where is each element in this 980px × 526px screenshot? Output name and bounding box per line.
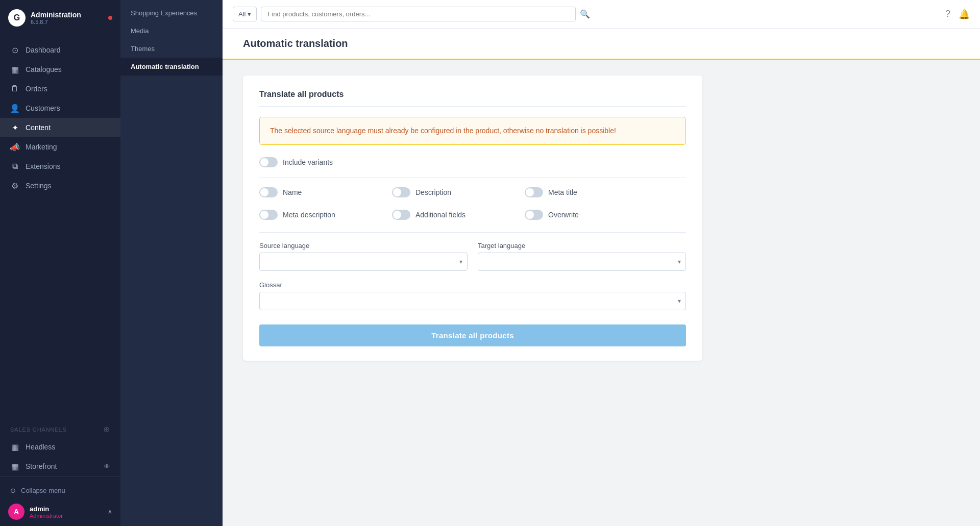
overwrite-label: Overwrite [548, 211, 579, 219]
name-toggle[interactable] [259, 187, 278, 197]
sidebar-item-label: Content [26, 123, 51, 132]
user-chevron-icon[interactable]: ∧ [108, 508, 112, 515]
storefront-eye-icon: 👁 [104, 463, 110, 470]
glossar-label: Glossar [259, 281, 686, 289]
translate-button-label: Translate all products [431, 331, 514, 340]
collapse-icon: ⊙ [10, 487, 16, 494]
glossar-select[interactable] [259, 292, 686, 310]
description-label: Description [415, 188, 451, 196]
search-all-label: All [238, 10, 246, 18]
sidebar-brand: Administration 6.5.8.7 [31, 11, 81, 25]
language-row: Source language ▾ Target language [259, 242, 686, 271]
name-label: Name [283, 188, 302, 196]
app-version: 6.5.8.7 [31, 19, 81, 25]
headless-icon: ▦ [10, 442, 19, 452]
sidebar: G Administration 6.5.8.7 ⊙ Dashboard ▦ C… [0, 0, 120, 526]
add-sales-channel-icon[interactable]: ⊕ [103, 424, 110, 434]
sales-channels-section: Sales Channels ⊕ [0, 417, 120, 437]
orders-icon: 🗒 [10, 84, 19, 93]
sidebar-item-label: Dashboard [26, 46, 61, 54]
collapse-menu-label: Collapse menu [21, 487, 65, 494]
meta-description-label: Meta description [283, 211, 335, 219]
app-logo: G [8, 9, 26, 27]
content-icon: ✦ [10, 123, 19, 132]
sidebar-item-label: Settings [26, 182, 52, 190]
field-toggles-group: Name Description Meta title Meta descrip… [259, 187, 686, 220]
sidebar-item-label: Storefront [26, 462, 57, 470]
sub-nav-list: Shopping ExperiencesMediaThemesAutomatic… [120, 4, 223, 76]
notifications-icon[interactable]: 🔔 [959, 9, 970, 20]
glossar-group: Glossar ▾ [259, 281, 686, 310]
sidebar-item-catalogues[interactable]: ▦ Catalogues [0, 60, 120, 79]
source-language-label: Source language [259, 242, 468, 249]
search-all-chevron-icon: ▾ [248, 10, 251, 18]
sidebar-item-label: Headless [26, 443, 55, 451]
page-title: Automatic translation [243, 38, 960, 49]
meta-title-toggle[interactable] [525, 187, 543, 197]
sidebar-footer: ⊙ Collapse menu A admin Administrator ∧ [0, 476, 120, 526]
sidebar-item-content[interactable]: ✦ Content [0, 118, 120, 137]
sidebar-item-orders[interactable]: 🗒 Orders [0, 79, 120, 98]
content-area: Translate all products The selected sour… [223, 60, 980, 526]
toggle-item-meta-description: Meta description [259, 210, 361, 220]
search-bar: All ▾ 🔍 [233, 7, 590, 21]
target-language-select[interactable] [478, 253, 686, 271]
user-details: admin Administrator [30, 505, 63, 519]
search-all-button[interactable]: All ▾ [233, 7, 257, 21]
additional-fields-label: Additional fields [415, 211, 465, 219]
source-language-select-wrapper: ▾ [259, 253, 468, 271]
translate-all-button[interactable]: Translate all products [259, 324, 686, 346]
sidebar-item-headless[interactable]: ▦ Headless [0, 437, 120, 457]
main-content: All ▾ 🔍 ? 🔔 Automatic translation Transl… [223, 0, 980, 526]
user-info: A admin Administrator ∧ [8, 504, 112, 520]
app-name: Administration [31, 11, 81, 19]
sidebar-item-dashboard[interactable]: ⊙ Dashboard [0, 40, 120, 60]
catalogues-icon: ▦ [10, 65, 19, 74]
include-variants-label: Include variants [283, 158, 333, 166]
user-avatar: A [8, 504, 24, 520]
source-language-select[interactable] [259, 253, 468, 271]
sidebar-item-label: Extensions [26, 162, 60, 170]
logo-letter: G [14, 13, 20, 22]
sidebar-item-settings[interactable]: ⚙ Settings [0, 176, 120, 195]
include-variants-toggle[interactable] [259, 157, 278, 167]
help-icon[interactable]: ? [945, 9, 950, 19]
divider-2 [259, 232, 686, 233]
collapse-menu-button[interactable]: ⊙ Collapse menu [8, 483, 112, 498]
search-submit-button[interactable]: 🔍 [580, 9, 590, 19]
sidebar-item-label: Customers [26, 104, 60, 112]
sidebar-item-extensions[interactable]: ⧉ Extensions [0, 157, 120, 176]
meta-description-toggle[interactable] [259, 210, 278, 220]
sales-channels-title: Sales Channels [10, 427, 67, 433]
storefront-icon: ▦ [10, 462, 19, 471]
sidebar-item-marketing[interactable]: 📣 Marketing [0, 137, 120, 157]
glossar-select-wrapper: ▾ [259, 292, 686, 310]
user-role: Administrator [30, 513, 63, 519]
toggle-item-overwrite: Overwrite [525, 210, 627, 220]
description-toggle[interactable] [392, 187, 410, 197]
sales-channels-nav: ▦ Headless ▦ Storefront 👁 [0, 437, 120, 476]
marketing-icon: 📣 [10, 142, 19, 152]
alert-box: The selected source language must alread… [259, 117, 686, 145]
target-language-select-wrapper: ▾ [478, 253, 686, 271]
overwrite-toggle[interactable] [525, 210, 543, 220]
toggle-item-additional-fields: Additional fields [392, 210, 494, 220]
page-header: Automatic translation [223, 29, 980, 60]
sidebar-item-label: Marketing [26, 143, 57, 151]
search-icon: 🔍 [580, 10, 590, 18]
customers-icon: 👤 [10, 104, 19, 113]
sidebar-item-storefront[interactable]: ▦ Storefront 👁 [0, 457, 120, 476]
sidebar-item-customers[interactable]: 👤 Customers [0, 98, 120, 118]
include-variants-row: Include variants [259, 157, 686, 167]
search-input[interactable] [261, 7, 576, 21]
additional-fields-toggle[interactable] [392, 210, 410, 220]
sidebar-item-label: Orders [26, 85, 47, 93]
sub-nav-item-themes[interactable]: Themes [120, 40, 223, 58]
source-language-col: Source language ▾ [259, 242, 468, 271]
sub-nav-item-shopping-experiences[interactable]: Shopping Experiences [120, 4, 223, 22]
divider-1 [259, 178, 686, 178]
sub-nav-item-automatic-translation[interactable]: Automatic translation [120, 58, 223, 76]
toggle-item-meta-title: Meta title [525, 187, 627, 197]
target-language-label: Target language [478, 242, 686, 249]
sub-nav-item-media[interactable]: Media [120, 22, 223, 40]
